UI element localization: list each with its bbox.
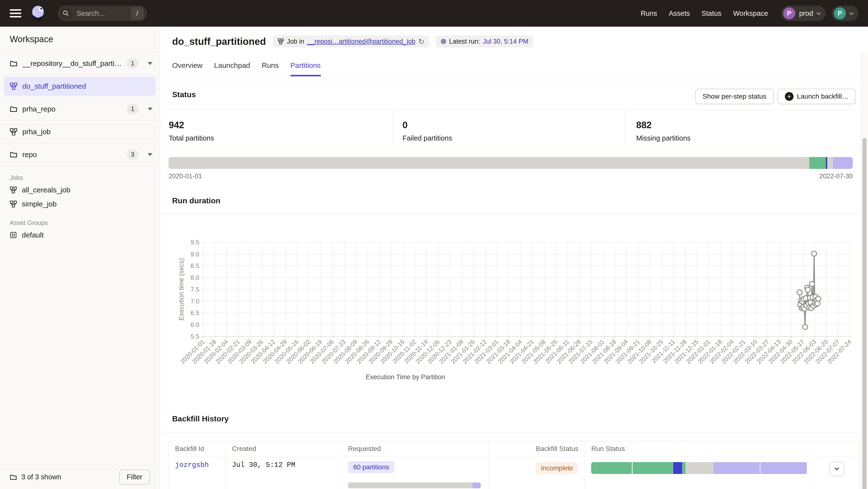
partition-status-bar[interactable] [168, 157, 853, 169]
partition-range-end: 2022-07-30 [819, 172, 853, 180]
sidebar-item-prha-job[interactable]: prha_job [0, 121, 160, 143]
sidebar-item-label: prha_repo [22, 105, 56, 113]
run-duration-heading: Run duration [172, 196, 220, 205]
search-shortcut-key: / [131, 7, 144, 20]
vertical-scrollbar[interactable] [861, 53, 868, 489]
segment-not-started [685, 462, 713, 474]
segment-success [682, 462, 685, 474]
caret-down-icon[interactable] [148, 107, 153, 110]
sidebar-item-label: default [22, 231, 44, 239]
stat-label: Total partitions [169, 134, 393, 142]
sidebar-item-label: simple_job [22, 200, 57, 208]
sidebar-section-jobs: Jobsall_cereals_jobsimple_job [0, 172, 160, 211]
sidebar-item-label: all_cereals_job [22, 186, 70, 194]
backfill-history-heading: Backfill History [172, 414, 229, 423]
sidebar-item-repo[interactable]: repo3 [0, 143, 160, 166]
segment-requested [472, 483, 481, 488]
folder-icon [10, 60, 18, 67]
scrollbar-thumb[interactable] [862, 138, 867, 489]
main-content: do_stuff_partitioned Job in __reposi…art… [160, 27, 868, 489]
sidebar-item-all-cereals-job[interactable]: all_cereals_job [0, 183, 160, 197]
stat-failed-partitions: 0Failed partitions [393, 110, 625, 149]
execution-time-chart[interactable]: 2020-01-012020-01-182020-02-042020-02-21… [168, 233, 852, 391]
backfill-id-link[interactable]: jozrgsbh [175, 458, 209, 469]
deployment-avatar: P [783, 7, 795, 20]
svg-text:7.0: 7.0 [191, 298, 199, 305]
segment-missing [168, 157, 809, 169]
partition-range-start: 2020-01-01 [168, 172, 202, 180]
user-avatar: P [834, 7, 846, 20]
nav-link-assets[interactable]: Assets [669, 9, 690, 18]
column-header-backfill-id: Backfill Id [169, 441, 226, 456]
sidebar-item-prha-repo[interactable]: prha_repo1 [0, 98, 160, 121]
sidebar-item-label: __repository__do_stuff_partitio… [22, 59, 122, 68]
user-menu[interactable]: P [832, 6, 858, 21]
tab-overview[interactable]: Overview [172, 61, 203, 76]
latest-run-link[interactable]: Jul 30, 5:14 PM [483, 38, 529, 45]
stat-label: Failed partitions [402, 134, 625, 142]
search-placeholder: Search... [76, 9, 131, 18]
sidebar-item-label: repo [22, 151, 37, 159]
partition-stats: 942Total partitions0Failed partitions882… [160, 110, 861, 149]
nav-links: RunsAssetsStatusWorkspace [641, 9, 768, 18]
sidebar-item-simple-job[interactable]: simple_job [0, 197, 160, 211]
dagster-logo-icon[interactable] [30, 5, 46, 22]
folder-icon [10, 151, 18, 159]
stat-value: 942 [169, 120, 393, 130]
sidebar-sections: Jobsall_cereals_jobsimple_jobAsset Group… [0, 166, 160, 242]
svg-text:7.5: 7.5 [191, 286, 199, 293]
backfill-created-value: Jul 30, 5:12 PM [232, 458, 295, 469]
requested-range-bar [348, 483, 481, 488]
workspace-sidebar: Workspace __repository__do_stuff_partiti… [0, 27, 160, 489]
tab-partitions[interactable]: Partitions [290, 61, 321, 76]
search-input[interactable]: Search... / [58, 6, 147, 21]
segment-queued [714, 462, 760, 474]
expand-row-button[interactable] [829, 462, 844, 476]
sidebar-item-do-stuff-partitioned[interactable]: do_stuff_partitioned [0, 75, 160, 98]
show-per-step-status-button[interactable]: Show per-step status [695, 89, 774, 104]
column-header-requested: Requested [342, 441, 489, 456]
deployment-switcher[interactable]: P prod [781, 6, 826, 21]
asset-group-icon [10, 231, 17, 239]
job-count-badge: 1 [127, 58, 138, 69]
segment-success [591, 462, 632, 474]
nav-link-workspace[interactable]: Workspace [733, 9, 768, 18]
sidebar-item-default[interactable]: default [0, 228, 160, 242]
nav-link-status[interactable]: Status [702, 9, 721, 18]
run-status-dot [441, 39, 446, 44]
svg-text:8.5: 8.5 [191, 262, 199, 269]
segment-queued [833, 157, 853, 169]
stat-value: 882 [636, 120, 861, 130]
chevron-down-icon [835, 466, 839, 470]
job-icon [10, 83, 18, 90]
deployment-label: prod [799, 9, 813, 18]
page-title: do_stuff_partitioned [172, 36, 266, 47]
launch-backfill-button[interactable]: + Launch backfill… [778, 89, 856, 104]
reload-icon[interactable]: ↻ [418, 37, 424, 46]
segment-success [809, 157, 826, 169]
sidebar-section-asset-groups: Asset Groupsdefault [0, 217, 160, 242]
filter-button[interactable]: Filter [119, 469, 150, 485]
job-icon [278, 38, 284, 44]
hamburger-menu-icon[interactable] [10, 9, 21, 18]
caret-down-icon[interactable] [148, 62, 153, 65]
svg-text:6.5: 6.5 [191, 309, 199, 317]
stat-value: 0 [402, 120, 625, 130]
nav-link-runs[interactable]: Runs [641, 9, 657, 18]
tab-runs[interactable]: Runs [262, 61, 279, 76]
chevron-down-icon [816, 10, 821, 15]
column-header-run-status: Run Status [585, 441, 814, 456]
latest-run-badge: Latest run: Jul 30, 5:14 PM [436, 35, 533, 47]
requested-partitions-badge[interactable]: 60 partitions [348, 461, 394, 473]
run-status-bar[interactable] [591, 462, 808, 474]
job-icon [10, 186, 17, 194]
dagster-app: Search... / RunsAssetsStatusWorkspace P … [0, 0, 868, 489]
segment-missing [827, 157, 833, 169]
sidebar-footer: 3 of 3 shown Filter [0, 465, 160, 489]
job-origin-badge: Job in __reposi…artitioned@partitioned_j… [273, 35, 429, 47]
sidebar-item--repository-do-stuff-partitio-[interactable]: __repository__do_stuff_partitio…1 [0, 52, 160, 75]
job-origin-link[interactable]: __reposi…artitioned@partitioned_job [307, 38, 415, 45]
tab-launchpad[interactable]: Launchpad [214, 61, 250, 76]
caret-down-icon[interactable] [148, 153, 153, 156]
backfill-status-badge: Incomplete [535, 462, 578, 474]
